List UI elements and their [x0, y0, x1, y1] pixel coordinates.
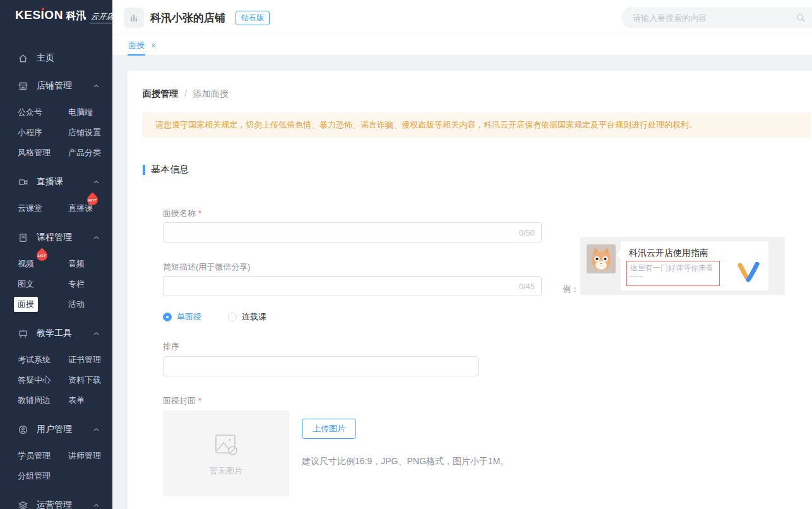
sidebar-subitem[interactable]: 店铺设置	[68, 127, 101, 138]
brand-text: KESION	[15, 8, 63, 21]
chevron-up-icon[interactable]	[93, 180, 100, 184]
sidebar-section[interactable]: 教学工具	[0, 325, 112, 342]
sidebar-subitem[interactable]: 教辅周边	[18, 395, 51, 406]
sidebar-subgrid: 视频HOT音频图文专栏面授活动	[0, 254, 112, 314]
user-icon	[18, 424, 28, 435]
sidebar-section[interactable]: 课程管理	[0, 229, 112, 246]
required-star: *	[198, 396, 201, 405]
live-icon	[18, 177, 28, 188]
sidebar-subitem[interactable]: 风格管理	[18, 147, 51, 159]
v-logo-icon	[736, 262, 761, 284]
brand-suffix-text: 云开店	[90, 11, 112, 23]
sidebar-subitem[interactable]: 产品分类	[68, 147, 101, 159]
name-input-wrap: 0/50	[163, 222, 542, 243]
sidebar-subgrid: 云课堂直播课HOT	[0, 198, 112, 219]
desc-field-label: 简短描述(用于微信分享)	[163, 261, 251, 273]
upload-hint-text: 建议尺寸比例16:9，JPG、PNG格式，图片小于1M。	[302, 456, 509, 467]
sort-input-wrap	[163, 356, 479, 376]
radio-single-course[interactable]: 单面授	[163, 311, 201, 323]
sort-input[interactable]	[164, 357, 478, 376]
sidebar-subitem[interactable]: 考试系统	[18, 354, 51, 366]
tab-close-icon[interactable]: ×	[151, 41, 156, 50]
sidebar-section[interactable]: 运营管理	[0, 496, 112, 509]
share-card-title: 科汛云开店使用指南	[629, 248, 708, 259]
sidebar-subgrid: 学员管理讲师管理分组管理	[0, 446, 112, 486]
course-type-radio-group: 单面授 连载课	[163, 311, 266, 323]
brand-i-accent: I	[41, 8, 45, 21]
sidebar-section-label: 店铺管理	[37, 80, 72, 92]
home-icon	[18, 53, 28, 64]
sidebar-section-label: 教学工具	[37, 328, 72, 339]
sidebar-subitem[interactable]: 音频	[68, 258, 85, 270]
sidebar-subitem[interactable]: 面授	[14, 297, 38, 312]
chevron-up-icon[interactable]	[93, 428, 100, 432]
ops-icon	[18, 500, 28, 509]
share-desc-highlight-box: 这里有一门好课等你来看~~~	[626, 261, 720, 286]
sidebar-section-label: 直播课	[37, 176, 63, 188]
name-input[interactable]	[164, 223, 541, 242]
radio-serial-course[interactable]: 连载课	[228, 311, 266, 323]
breadcrumb-current: 添加面授	[193, 88, 229, 99]
section-accent-bar	[143, 165, 145, 175]
breadcrumb-main[interactable]: 面授管理	[143, 88, 178, 99]
plan-badge[interactable]: 钻石版	[236, 11, 270, 25]
sidebar-subitem[interactable]: 电脑端	[68, 107, 93, 118]
sidebar-subitem[interactable]: 直播课HOT	[68, 203, 93, 214]
store-stats-icon	[124, 8, 144, 28]
main-card: 面授管理 / 添加面授 请您遵守国家相关规定，切勿上传低俗色情、暴力恐怖、谣言诈…	[128, 71, 812, 509]
tab-bar: 面授 ×	[112, 35, 812, 56]
cover-field-label: 面授封面*	[163, 395, 201, 407]
sidebar-section-label: 用户管理	[37, 424, 72, 435]
sidebar: KESION科汛云开店 主页店铺管理公众号电脑端小程序店铺设置风格管理产品分类直…	[0, 0, 112, 509]
sidebar-subitem[interactable]: 活动	[68, 299, 85, 310]
radio-dot-icon[interactable]	[228, 313, 237, 321]
sidebar-subitem[interactable]: 小程序	[18, 127, 42, 138]
sidebar-section-label: 课程管理	[37, 232, 72, 243]
search-icon[interactable]	[796, 13, 806, 23]
chevron-up-icon[interactable]	[93, 84, 100, 88]
top-header: 科汛小张的店铺 钻石版	[112, 0, 812, 35]
required-star: *	[198, 208, 201, 218]
chevron-up-icon[interactable]	[93, 503, 100, 508]
no-image-text: 暂无图片	[210, 465, 242, 477]
sidebar-subitem[interactable]: 表单	[68, 395, 85, 406]
sidebar-item-home[interactable]: 主页	[0, 49, 112, 67]
sort-field-label: 排序	[163, 341, 179, 352]
brand-cn-text: 科汛	[66, 10, 87, 21]
sidebar-subitem[interactable]: 公众号	[18, 107, 42, 118]
tab-mianshou[interactable]: 面授 ×	[128, 35, 156, 56]
sidebar-subitem[interactable]: 答疑中心	[18, 374, 51, 386]
section-title-basic-info: 基本信息	[143, 164, 189, 176]
sidebar-subitem[interactable]: 云课堂	[18, 203, 42, 214]
store-name: 科汛小张的店铺	[150, 11, 225, 25]
sidebar-section[interactable]: 直播课	[0, 173, 112, 191]
sidebar-subitem[interactable]: 分组管理	[18, 470, 51, 482]
course-icon	[18, 232, 28, 243]
sidebar-subitem[interactable]: 讲师管理	[68, 450, 101, 462]
sidebar-section[interactable]: 店铺管理	[0, 77, 112, 95]
chevron-up-icon[interactable]	[93, 332, 100, 336]
search-box	[621, 7, 812, 28]
search-input[interactable]	[633, 7, 772, 28]
name-char-counter: 0/50	[519, 228, 535, 237]
app-logo: KESION科汛云开店	[0, 0, 112, 30]
sidebar-subitem[interactable]: 证书管理	[68, 354, 101, 366]
sidebar-subitem[interactable]: 专栏	[68, 278, 85, 290]
name-field-label: 面授名称*	[163, 208, 201, 219]
sidebar-subitem[interactable]: 图文	[18, 278, 34, 290]
sidebar-subitem[interactable]: 资料下载	[68, 374, 101, 386]
upload-image-button[interactable]: 上传图片	[302, 419, 356, 439]
desc-input[interactable]	[164, 277, 541, 296]
shop-icon	[18, 81, 28, 92]
desc-char-counter: 0/45	[519, 282, 535, 291]
sidebar-subitem[interactable]: 视频HOT	[18, 258, 34, 270]
tab-label[interactable]: 面授	[128, 35, 145, 56]
cover-placeholder[interactable]: 暂无图片	[163, 410, 289, 496]
content-area: 面授管理 / 添加面授 请您遵守国家相关规定，切勿上传低俗色情、暴力恐怖、谣言诈…	[112, 56, 812, 509]
desc-input-wrap: 0/45	[163, 276, 542, 296]
radio-dot-icon[interactable]	[163, 313, 172, 321]
sidebar-section[interactable]: 用户管理	[0, 421, 112, 438]
breadcrumb-separator: /	[184, 88, 187, 99]
chevron-up-icon[interactable]	[93, 236, 100, 240]
sidebar-subitem[interactable]: 学员管理	[18, 450, 51, 462]
